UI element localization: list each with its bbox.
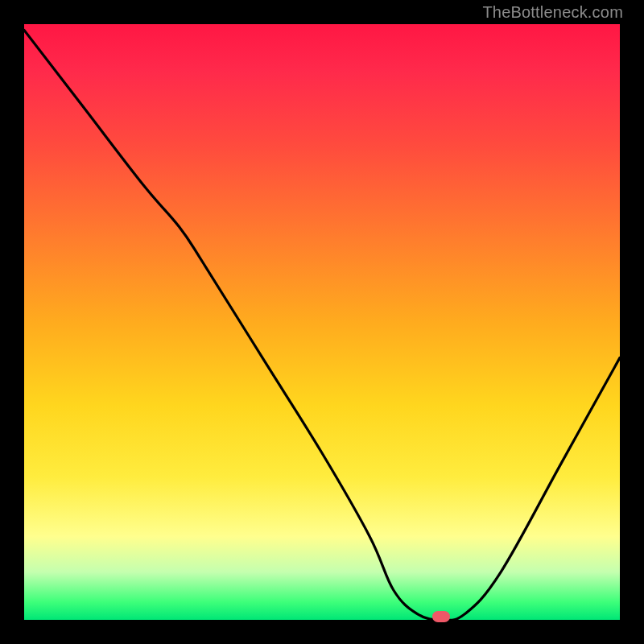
chart-frame: TheBottleneck.com: [0, 0, 644, 644]
minimum-marker: [432, 611, 450, 622]
bottleneck-curve: [24, 24, 620, 620]
plot-area: [24, 24, 620, 620]
curve-path: [24, 30, 620, 620]
watermark-text: TheBottleneck.com: [482, 3, 623, 22]
